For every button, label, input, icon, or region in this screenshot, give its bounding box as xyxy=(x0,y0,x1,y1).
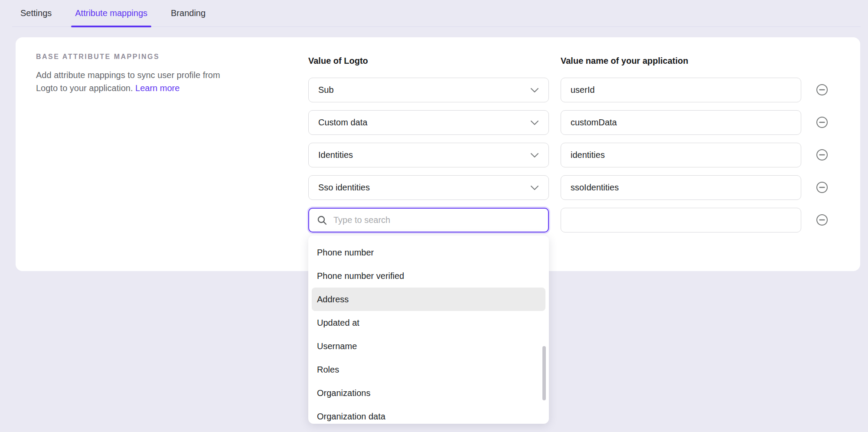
column-header-app: Value name of your application xyxy=(561,56,689,66)
section-description: Add attribute mappings to sync user prof… xyxy=(36,69,244,95)
app-value-field-2-wrap xyxy=(561,110,801,135)
dropdown-option-roles[interactable]: Roles xyxy=(312,358,545,381)
dropdown-option-updated-at[interactable]: Updated at xyxy=(312,311,545,334)
logto-attribute-select-4-value: Sso identities xyxy=(318,183,370,193)
minus-circle-icon xyxy=(816,214,828,226)
dropdown-option-address[interactable]: Address xyxy=(312,288,545,311)
dropdown-scrollbar-thumb[interactable] xyxy=(542,346,546,400)
logto-attribute-select-1[interactable]: Sub xyxy=(308,78,549,102)
app-value-field-4[interactable] xyxy=(561,176,801,200)
tab-branding-label: Branding xyxy=(171,8,206,18)
logto-attribute-select-3-value: Identities xyxy=(318,150,353,160)
attribute-search-input[interactable] xyxy=(333,215,540,225)
tab-attribute-mappings-label: Attribute mappings xyxy=(75,8,147,18)
remove-mapping-button-2[interactable] xyxy=(816,116,828,128)
app-value-field-1-wrap xyxy=(561,78,801,102)
app-value-field-2[interactable] xyxy=(561,111,801,134)
minus-circle-icon xyxy=(816,149,828,161)
attribute-options-dropdown: Phone number Phone number verified Addre… xyxy=(308,236,549,424)
tab-bar: Settings Attribute mappings Branding xyxy=(12,0,861,27)
app-value-field-5[interactable] xyxy=(561,208,801,232)
app-value-field-1[interactable] xyxy=(561,78,801,102)
attribute-search-box xyxy=(308,208,549,232)
dropdown-option-phone-number[interactable]: Phone number xyxy=(312,241,545,264)
app-value-field-3-wrap xyxy=(561,143,801,167)
tab-attribute-mappings[interactable]: Attribute mappings xyxy=(75,0,147,27)
remove-mapping-button-1[interactable] xyxy=(816,84,828,96)
logto-attribute-select-2[interactable]: Custom data xyxy=(308,110,549,135)
dropdown-option-phone-number-verified[interactable]: Phone number verified xyxy=(312,264,545,288)
section-description-text: Add attribute mappings to sync user prof… xyxy=(36,70,220,93)
section-heading: BASE ATTRIBUTE MAPPINGS xyxy=(36,53,160,61)
logto-attribute-select-4[interactable]: Sso identities xyxy=(308,175,549,200)
tab-settings[interactable]: Settings xyxy=(20,0,52,27)
tab-branding[interactable]: Branding xyxy=(171,0,206,27)
minus-circle-icon xyxy=(816,84,828,96)
dropdown-option-organizations[interactable]: Organizations xyxy=(312,381,545,405)
remove-mapping-button-3[interactable] xyxy=(816,149,828,161)
app-value-field-3[interactable] xyxy=(561,143,801,167)
dropdown-option-organization-data[interactable]: Organization data xyxy=(312,405,545,424)
tab-settings-label: Settings xyxy=(20,8,52,18)
chevron-down-icon xyxy=(530,88,539,93)
remove-mapping-button-4[interactable] xyxy=(816,181,828,193)
logto-attribute-select-2-value: Custom data xyxy=(318,118,367,128)
app-value-field-5-wrap xyxy=(561,208,801,232)
chevron-down-icon xyxy=(530,153,539,158)
chevron-down-icon xyxy=(530,185,539,190)
column-header-logto: Value of Logto xyxy=(308,56,368,66)
search-icon xyxy=(317,215,327,226)
chevron-down-icon xyxy=(530,120,539,125)
logto-attribute-select-1-value: Sub xyxy=(318,85,334,95)
dropdown-option-username[interactable]: Username xyxy=(312,334,545,358)
logto-attribute-select-3[interactable]: Identities xyxy=(308,143,549,167)
active-tab-underline xyxy=(71,26,151,27)
remove-mapping-button-5[interactable] xyxy=(816,214,828,226)
learn-more-link[interactable]: Learn more xyxy=(135,83,179,93)
app-value-field-4-wrap xyxy=(561,175,801,200)
minus-circle-icon xyxy=(816,181,828,193)
minus-circle-icon xyxy=(816,116,828,128)
